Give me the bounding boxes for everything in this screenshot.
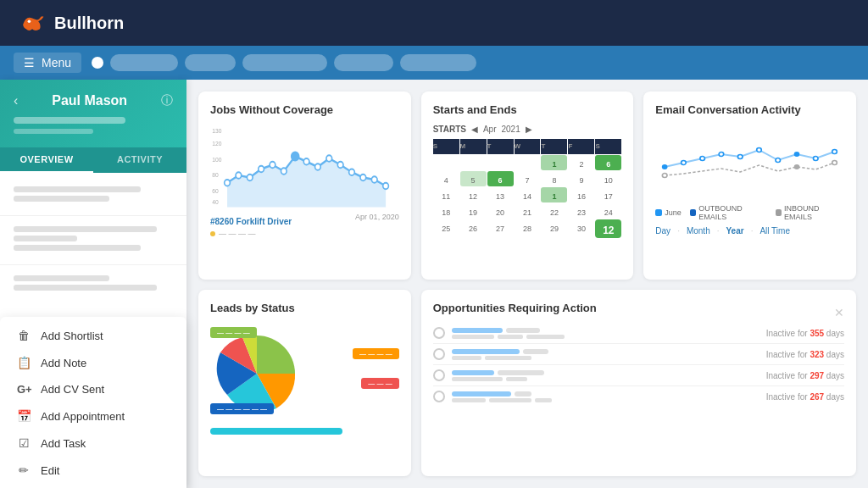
opps-close-icon[interactable]: ✕	[834, 306, 844, 319]
inactive-days-2: 323	[810, 350, 824, 359]
sidebar-divider	[0, 264, 186, 265]
time-sep-2: ·	[717, 226, 720, 236]
cal-cell[interactable]: 7	[515, 171, 541, 186]
cal-cell[interactable]	[433, 155, 459, 170]
add-task-item[interactable]: ☑ Add Task	[0, 430, 186, 457]
cal-cell-end[interactable]: 1	[541, 187, 567, 202]
back-button[interactable]: ‹	[14, 93, 18, 108]
add-appointment-item[interactable]: 📅 Add Appointment	[0, 402, 186, 430]
time-sep-1: ·	[677, 226, 680, 236]
add-shortlist-item[interactable]: 🗑 Add Shortlist	[0, 322, 186, 349]
add-task-label: Add Task	[41, 437, 86, 450]
tab-overview[interactable]: OVERVIEW	[0, 147, 93, 173]
opp-text-row	[452, 377, 760, 381]
cal-cell[interactable]: 20	[487, 203, 514, 219]
cal-cell[interactable]	[460, 155, 487, 170]
time-day[interactable]: Day	[655, 226, 670, 236]
cal-cell[interactable]: 28	[515, 219, 541, 235]
cal-cell-green[interactable]: 6	[595, 155, 621, 170]
cal-cell[interactable]: 22	[541, 203, 567, 219]
cal-cell[interactable]	[487, 155, 514, 170]
svg-text:100: 100	[212, 156, 221, 163]
add-note-item[interactable]: 📋 Add Note	[0, 349, 186, 376]
cal-cell[interactable]: 24	[595, 203, 621, 219]
svg-text:120: 120	[212, 141, 221, 147]
cal-day-f: F	[568, 139, 594, 154]
ph-bar	[14, 275, 109, 281]
svg-point-24	[682, 161, 687, 165]
cal-cell[interactable]: 8	[541, 171, 567, 186]
nav-dots	[92, 54, 854, 71]
nav-pill-4	[334, 54, 393, 71]
cal-cell[interactable]: 16	[568, 187, 594, 202]
svg-point-10	[247, 175, 253, 181]
dashboard: Jobs Without Coverage 130 120 100 80 60 …	[186, 80, 868, 488]
cal-cell[interactable]: 4	[433, 171, 459, 186]
cal-cell[interactable]: 30	[568, 219, 594, 235]
ph-bar	[14, 226, 157, 232]
main-area: ‹ Paul Mason ⓘ OVERVIEW ACTIVITY	[0, 80, 868, 488]
cal-day-s: S	[433, 139, 459, 154]
legend-june: June	[655, 204, 682, 221]
opp-inactive-1: Inactive for 355 days	[766, 329, 844, 338]
cal-cell[interactable]: 18	[433, 203, 459, 219]
starts-header: STARTS ◀ Apr 2021 ▶	[433, 125, 622, 134]
opp-text	[452, 335, 494, 339]
add-cv-sent-item[interactable]: G+ Add CV Sent	[0, 376, 186, 402]
opp-bar-row	[452, 370, 760, 375]
time-year[interactable]: Year	[726, 226, 743, 236]
cal-cell-end[interactable]: 1	[541, 155, 567, 170]
add-appointment-label: Add Appointment	[41, 410, 125, 423]
tab-activity[interactable]: ACTIVITY	[93, 147, 186, 173]
opp-text	[489, 398, 531, 402]
cal-cell[interactable]: 26	[460, 219, 487, 235]
opp-bar-light	[523, 349, 548, 354]
jobs-chart: 130 120 100 80 60 40	[210, 125, 399, 209]
menu-button[interactable]: ☰ Menu	[14, 53, 81, 73]
cal-cell[interactable]: 10	[595, 171, 621, 186]
opp-circle	[433, 369, 445, 381]
cancel-item[interactable]: ✕ Cancel	[0, 484, 186, 488]
cal-cell[interactable]: 29	[541, 219, 567, 235]
email-legend: June OUTBOUND EMAILS INBOUND EMAILS	[655, 204, 844, 221]
time-sep-3: ·	[751, 226, 754, 236]
nav-dot-active[interactable]	[92, 57, 103, 69]
cal-cell[interactable]: 14	[515, 187, 541, 202]
ph-bar	[14, 196, 109, 202]
opp-inactive-2: Inactive for 323 days	[766, 350, 844, 359]
profile-info-icon[interactable]: ⓘ	[161, 93, 173, 108]
nav-left[interactable]: ◀	[471, 125, 478, 134]
opp-bar-row	[452, 349, 760, 354]
cal-cell-light-green[interactable]: 5	[460, 171, 487, 186]
cal-cell[interactable]: 21	[515, 203, 541, 219]
edit-item[interactable]: ✏ Edit	[0, 457, 186, 484]
opp-bar-blue	[452, 391, 511, 396]
time-alltime[interactable]: All Time	[760, 226, 790, 236]
time-month[interactable]: Month	[687, 226, 710, 236]
cal-cell[interactable]	[515, 155, 541, 170]
cal-cell[interactable]: 23	[568, 203, 594, 219]
job-date: Apr 01, 2020	[355, 213, 399, 221]
cal-cell[interactable]: 25	[433, 219, 459, 235]
opp-text	[452, 377, 503, 381]
svg-point-34	[794, 164, 800, 169]
cal-cell[interactable]: 9	[568, 171, 594, 186]
starts-widget-title: Starts and Ends	[433, 103, 622, 116]
cal-cell[interactable]: 2	[568, 155, 594, 170]
svg-point-27	[738, 155, 743, 159]
cal-cell[interactable]: 27	[487, 219, 514, 235]
menu-label: Menu	[42, 56, 71, 69]
svg-point-35	[832, 161, 837, 165]
cal-cell-12[interactable]: 12	[595, 219, 621, 238]
nav-right[interactable]: ▶	[526, 125, 532, 134]
profile-subtitle-bar	[14, 117, 125, 124]
ph-bar	[14, 285, 157, 291]
cal-cell[interactable]: 19	[460, 203, 487, 219]
cal-cell[interactable]: 11	[433, 187, 459, 202]
cal-cell-green[interactable]: 6	[487, 171, 514, 186]
cal-cell[interactable]: 17	[595, 187, 621, 202]
cal-cell[interactable]: 12	[460, 187, 487, 202]
opp-bar-row	[452, 328, 760, 333]
pie-label-red: — — —	[361, 378, 398, 389]
cal-cell[interactable]: 13	[487, 187, 514, 202]
